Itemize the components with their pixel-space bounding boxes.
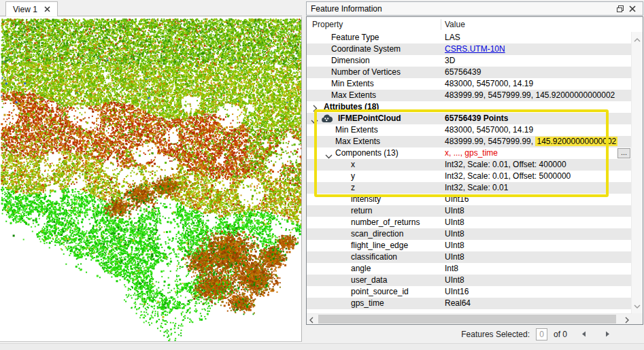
table-row[interactable]: Min Extents483000, 5457000, 14.19 bbox=[307, 78, 632, 90]
scroll-up-icon[interactable] bbox=[634, 35, 641, 44]
table-header[interactable]: Property Value bbox=[307, 17, 643, 33]
panel-title: Feature Information bbox=[311, 4, 614, 14]
property-cell: classification bbox=[351, 251, 397, 263]
value-cell: 483000, 5457000, 14.19 bbox=[445, 124, 533, 136]
value-cell: UInt16 bbox=[445, 286, 469, 298]
table-rows: Feature TypeLASCoordinate SystemCSRS.UTM… bbox=[307, 32, 632, 313]
property-cell: return bbox=[351, 205, 372, 217]
value-cell: Int32, Scale: 0.01, Offset: 400000 bbox=[445, 159, 566, 171]
property-cell: Min Extents bbox=[335, 124, 378, 136]
value-cell: UInt8 bbox=[445, 240, 464, 251]
tab-view-1-label: View 1 bbox=[13, 5, 37, 14]
features-selected-count[interactable]: 0 bbox=[536, 328, 547, 340]
value-cell: UInt8 bbox=[445, 217, 464, 228]
property-cell: Number of Vertices bbox=[331, 67, 401, 78]
scrollbar-corner bbox=[632, 313, 643, 324]
view-tab-bar: View 1 bbox=[0, 0, 302, 16]
value-cell: 65756439 bbox=[445, 67, 481, 78]
table-row[interactable]: point_source_idUInt16 bbox=[307, 286, 632, 298]
table-row[interactable]: intensityUInt16 bbox=[307, 194, 632, 205]
table-row[interactable]: Number of Vertices65756439 bbox=[307, 67, 632, 78]
value-cell: Int32, Scale: 0.01 bbox=[445, 182, 508, 194]
features-of-label: of 0 bbox=[554, 330, 567, 339]
property-cell: point_source_id bbox=[351, 286, 409, 298]
coordinate-system-link[interactable]: CSRS.UTM-10N bbox=[445, 43, 505, 55]
property-cell: Max Extents bbox=[335, 136, 380, 147]
value-cell: 3D bbox=[445, 55, 455, 67]
property-cell: flight_line_edge bbox=[351, 240, 408, 251]
previous-feature-button[interactable] bbox=[579, 330, 588, 339]
value-cell: LAS bbox=[445, 32, 460, 43]
scroll-down-icon[interactable] bbox=[634, 301, 641, 311]
table-row[interactable]: Attributes (18) bbox=[307, 101, 632, 113]
table-row[interactable]: zInt32, Scale: 0.01 bbox=[307, 182, 632, 194]
table-row[interactable]: Coordinate SystemCSRS.UTM-10N bbox=[307, 43, 632, 55]
table-row[interactable]: scan_directionUInt8 bbox=[307, 228, 632, 240]
value-cell: Int32, Scale: 0.01, Offset: 5000000 bbox=[445, 171, 571, 182]
application-status-bar bbox=[0, 343, 644, 350]
property-cell: Dimension bbox=[331, 55, 370, 67]
property-cell: user_data bbox=[351, 275, 387, 286]
vertical-scrollbar[interactable] bbox=[631, 32, 643, 313]
value-cell: UInt8 bbox=[445, 228, 464, 240]
tab-view-1[interactable]: View 1 bbox=[5, 1, 58, 16]
table-row[interactable]: number_of_returnsUInt8 bbox=[307, 217, 632, 228]
value-cell: 483999.99, 5457999.99, 145.9200000000000… bbox=[445, 136, 617, 147]
property-cell: z bbox=[351, 182, 355, 194]
point-cloud-viewport[interactable] bbox=[0, 17, 302, 342]
property-cell: x bbox=[351, 159, 355, 171]
table-row[interactable]: Dimension3D bbox=[307, 55, 632, 67]
table-row[interactable]: user_dataUInt8 bbox=[307, 275, 632, 286]
property-cell: Components (13) bbox=[335, 147, 399, 159]
table-row[interactable]: Components (13)x, ..., gps_time... bbox=[307, 147, 632, 159]
table-row[interactable]: yInt32, Scale: 0.01, Offset: 5000000 bbox=[307, 171, 632, 182]
next-feature-button[interactable] bbox=[603, 330, 612, 339]
value-cell: 483999.99, 5457999.99, 145.9200000000000… bbox=[445, 90, 615, 101]
table-row[interactable]: returnUInt8 bbox=[307, 205, 632, 217]
scroll-right-icon[interactable] bbox=[625, 316, 629, 326]
table-row[interactable]: classificationUInt8 bbox=[307, 251, 632, 263]
scroll-left-icon[interactable] bbox=[309, 316, 313, 326]
property-cell: y bbox=[351, 171, 355, 182]
table-row[interactable]: Max Extents483999.99, 5457999.99, 145.92… bbox=[307, 136, 632, 147]
value-cell: 65756439 Points bbox=[445, 113, 508, 124]
feature-information-table: Property Value Feature TypeLASCoordinate… bbox=[306, 16, 643, 325]
column-header-property[interactable]: Property bbox=[312, 20, 343, 29]
property-cell: Feature Type bbox=[331, 32, 379, 43]
table-row[interactable]: flight_line_edgeUInt8 bbox=[307, 240, 632, 251]
property-cell: Attributes (18) bbox=[324, 101, 379, 113]
property-cell: gps_time bbox=[351, 298, 384, 309]
property-cell: angle bbox=[351, 263, 371, 275]
ellipsis-button[interactable]: ... bbox=[617, 148, 630, 158]
table-row[interactable]: Min Extents483000, 5457000, 14.19 bbox=[307, 124, 632, 136]
point-cloud-canvas[interactable] bbox=[1, 17, 301, 341]
column-divider[interactable] bbox=[441, 19, 441, 30]
horizontal-scrollbar[interactable] bbox=[307, 313, 632, 324]
value-cell: Real64 bbox=[445, 298, 471, 309]
features-selected-label: Features Selected: bbox=[461, 330, 530, 339]
value-cell: UInt8 bbox=[445, 205, 464, 217]
fme-data-inspector-window: View 1 Feature Information Property Valu… bbox=[0, 0, 644, 350]
close-icon[interactable] bbox=[626, 3, 639, 14]
table-row[interactable]: xInt32, Scale: 0.01, Offset: 400000 bbox=[307, 159, 632, 171]
value-text: 483999.99, 5457999.99, bbox=[445, 137, 535, 146]
close-icon[interactable] bbox=[44, 6, 50, 12]
table-row[interactable]: angleInt8 bbox=[307, 263, 632, 275]
value-cell: UInt8 bbox=[445, 275, 464, 286]
table-row[interactable]: IFMEPointCloud65756439 Points bbox=[307, 113, 632, 124]
table-row[interactable]: Max Extents483999.99, 5457999.99, 145.92… bbox=[307, 90, 632, 101]
value-cell: UInt8 bbox=[445, 251, 464, 263]
float-window-icon[interactable] bbox=[614, 3, 626, 14]
feature-information-titlebar: Feature Information bbox=[306, 1, 643, 16]
value-cell: UInt16 bbox=[445, 194, 469, 205]
property-cell: scan_direction bbox=[351, 228, 403, 240]
scrollbar-thumb[interactable] bbox=[318, 315, 616, 323]
property-cell: number_of_returns bbox=[351, 217, 420, 228]
value-cell: x, ..., gps_time bbox=[445, 147, 498, 159]
highlighted-value: 145.92000000000002 bbox=[535, 137, 617, 146]
table-row[interactable]: Feature TypeLAS bbox=[307, 32, 632, 43]
table-row[interactable]: gps_timeReal64 bbox=[307, 298, 632, 309]
column-header-value[interactable]: Value bbox=[445, 20, 465, 29]
property-cell: Max Extents bbox=[331, 90, 376, 101]
property-cell: intensity bbox=[351, 194, 381, 205]
